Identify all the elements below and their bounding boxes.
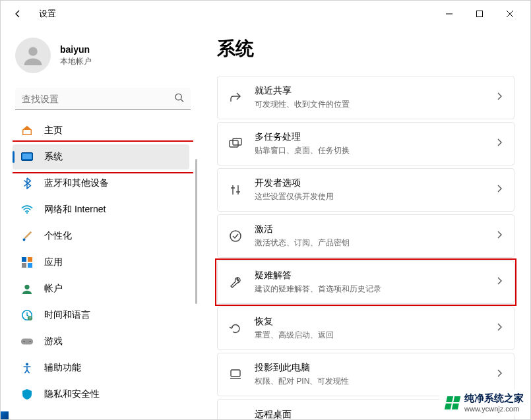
settings-cards: 就近共享 可发现性、收到文件的位置 多任务处理 贴靠窗口、桌面、任务切换 开发者…	[217, 76, 515, 419]
chevron-right-icon	[497, 138, 503, 150]
svg-rect-11	[22, 263, 26, 268]
sidebar-item-label: 隐私和安全性	[44, 388, 100, 400]
close-icon	[506, 10, 514, 18]
sidebar-item-gaming[interactable]: 游戏	[13, 329, 189, 354]
page-title: 系统	[217, 36, 515, 61]
user-subtitle: 本地帐户	[60, 56, 92, 67]
card-title: 就近共享	[255, 85, 497, 97]
sidebar-item-label: 主页	[44, 125, 63, 136]
svg-point-7	[26, 212, 28, 214]
svg-rect-12	[28, 263, 32, 268]
card-subtitle: 建议的疑难解答、首选项和历史记录	[255, 284, 497, 295]
arrow-left-icon	[13, 9, 23, 19]
sidebar-item-system[interactable]: 系统	[13, 144, 189, 169]
card-subtitle: 权限、配对 PIN、可发现性	[255, 376, 497, 387]
person-icon	[21, 44, 45, 67]
sidebar-item-personalize[interactable]: 个性化	[13, 224, 189, 249]
chevron-right-icon	[497, 184, 503, 196]
svg-rect-22	[233, 138, 241, 145]
card-title: 投影到此电脑	[255, 362, 497, 374]
maximize-button[interactable]	[464, 3, 495, 24]
brush-icon	[20, 229, 34, 243]
sidebar-item-bluetooth[interactable]: 蓝牙和其他设备	[13, 171, 189, 196]
account-icon	[20, 282, 34, 295]
wrench-icon	[228, 275, 243, 289]
watermark: 纯净系统之家 www.ycwnjz.com	[439, 390, 530, 415]
card-subtitle: 激活状态、订阅、产品密钥	[255, 237, 497, 249]
sidebar-item-time[interactable]: 字 时间和语言	[13, 303, 189, 328]
sidebar: baiyun 本地帐户 主页 系统	[1, 27, 199, 419]
system-icon	[20, 150, 34, 164]
back-button[interactable]	[6, 2, 30, 26]
svg-rect-1	[477, 11, 483, 17]
sidebar-item-label: 个性化	[44, 230, 72, 242]
project-icon	[228, 367, 243, 382]
wifi-icon	[20, 203, 34, 216]
window-controls	[434, 3, 525, 24]
search-input[interactable]	[15, 88, 191, 110]
minimize-icon	[445, 10, 453, 18]
svg-rect-17	[21, 338, 33, 344]
maximize-icon	[476, 10, 484, 18]
card-title: 恢复	[255, 316, 497, 328]
watermark-url: www.ycwnjz.com	[464, 405, 524, 413]
sidebar-item-apps[interactable]: 应用	[13, 250, 189, 275]
svg-rect-21	[230, 140, 238, 147]
sidebar-item-label: 蓝牙和其他设备	[44, 177, 109, 189]
sidebar-item-privacy[interactable]: 隐私和安全性	[13, 382, 189, 407]
main-content: 系统 就近共享 可发现性、收到文件的位置 多任务处理 贴靠窗口、桌面、任务切换	[199, 27, 530, 419]
app-title: 设置	[39, 8, 56, 20]
sidebar-item-label: 时间和语言	[44, 309, 90, 321]
sidebar-item-label: 帐户	[44, 283, 63, 295]
avatar	[15, 38, 51, 73]
nav-list: 主页 系统 蓝牙和其他设备 网络和 Internet 个性化	[13, 118, 193, 419]
minimize-button[interactable]	[434, 3, 464, 24]
sidebar-item-account[interactable]: 帐户	[13, 276, 189, 301]
chevron-right-icon	[497, 276, 503, 288]
sidebar-item-label: 辅助功能	[44, 362, 81, 374]
watermark-text: 纯净系统之家	[464, 392, 524, 405]
titlebar: 设置	[1, 1, 530, 27]
sidebar-item-home[interactable]: 主页	[13, 118, 189, 143]
svg-point-2	[28, 47, 38, 56]
svg-point-23	[230, 231, 241, 241]
card-subtitle: 可发现性、收到文件的位置	[255, 99, 497, 110]
svg-point-19	[30, 341, 31, 342]
developer-icon	[228, 183, 243, 197]
card-activation[interactable]: 激活 激活状态、订阅、产品密钥	[217, 214, 515, 258]
clock-icon: 字	[20, 309, 34, 322]
sidebar-scrollbar[interactable]	[195, 159, 197, 304]
shield-icon	[20, 388, 34, 401]
user-block[interactable]: baiyun 本地帐户	[15, 38, 193, 73]
recovery-icon	[228, 321, 243, 336]
card-multitasking[interactable]: 多任务处理 贴靠窗口、桌面、任务切换	[217, 122, 515, 165]
svg-rect-10	[28, 257, 32, 262]
card-title: 多任务处理	[255, 131, 497, 143]
user-name: baiyun	[60, 44, 92, 55]
svg-rect-24	[231, 370, 240, 376]
sidebar-item-accessibility[interactable]: 辅助功能	[13, 355, 189, 380]
sidebar-item-label: 网络和 Internet	[44, 204, 106, 216]
share-icon	[228, 90, 243, 105]
taskbar-peek	[1, 411, 9, 419]
card-subtitle: 这些设置仅供开发使用	[255, 191, 497, 202]
watermark-logo-icon	[445, 396, 460, 409]
chevron-right-icon	[497, 369, 503, 380]
home-icon	[20, 124, 34, 137]
card-subtitle: 贴靠窗口、桌面、任务切换	[255, 145, 497, 156]
chevron-right-icon	[497, 322, 503, 334]
card-subtitle: 重置、高级启动、返回	[255, 330, 497, 341]
close-button[interactable]	[495, 3, 525, 24]
gamepad-icon	[20, 335, 34, 348]
svg-line-4	[181, 100, 183, 102]
card-developer[interactable]: 开发者选项 这些设置仅供开发使用	[217, 168, 515, 212]
card-title: 开发者选项	[255, 177, 497, 189]
search-icon	[174, 93, 184, 105]
svg-text:字: 字	[28, 316, 32, 320]
card-nearby-share[interactable]: 就近共享 可发现性、收到文件的位置	[217, 76, 515, 119]
svg-point-18	[24, 341, 25, 342]
card-troubleshoot[interactable]: 疑难解答 建议的疑难解答、首选项和历史记录	[217, 260, 515, 304]
card-recovery[interactable]: 恢复 重置、高级启动、返回	[217, 307, 515, 350]
chevron-right-icon	[497, 230, 503, 242]
sidebar-item-network[interactable]: 网络和 Internet	[13, 197, 189, 222]
